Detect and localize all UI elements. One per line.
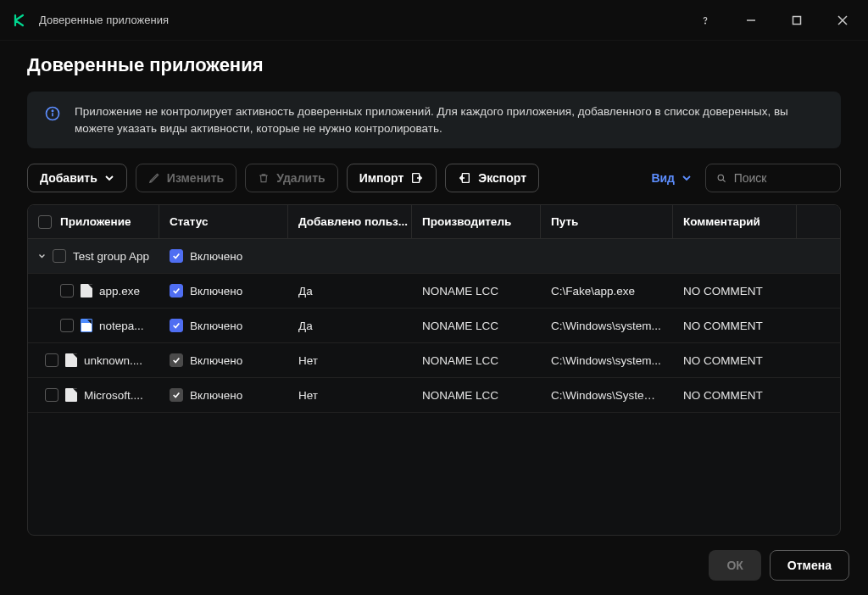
window: Доверенные приложения Доверенные приложе… — [0, 0, 868, 595]
delete-button: Удалить — [245, 164, 337, 192]
info-banner: Приложение не контролирует активность до… — [27, 92, 841, 148]
svg-line-11 — [723, 180, 726, 182]
comment-cell: NO COMMENT — [673, 274, 797, 308]
info-icon — [42, 105, 63, 122]
col-vendor-label: Производитель — [422, 215, 511, 228]
window-title: Доверенные приложения — [39, 14, 692, 26]
path-cell: C:\Windows\system... — [541, 343, 673, 377]
export-button[interactable]: Экспорт — [445, 164, 539, 192]
group-name-cell: Test group App — [28, 239, 159, 273]
edit-button: Изменить — [136, 164, 236, 192]
col-path[interactable]: Путь — [541, 205, 673, 238]
window-controls — [692, 7, 856, 34]
chevron-down-icon[interactable] — [38, 251, 46, 261]
col-status[interactable]: Статус — [159, 205, 288, 238]
cell — [673, 239, 797, 273]
status-cell: Включено — [159, 274, 288, 308]
row-checkbox[interactable] — [60, 319, 74, 332]
table-row[interactable]: unknown....ВключеноНетNONAME LCCC:\Windo… — [28, 343, 840, 378]
page-title: Доверенные приложения — [27, 54, 841, 76]
ok-label: ОК — [726, 559, 743, 572]
status-toggle[interactable] — [170, 319, 183, 332]
status-cell: Включено — [159, 309, 288, 342]
col-app[interactable]: Приложение — [28, 205, 159, 238]
table-row[interactable]: notepa...ВключеноДаNONAME LCCC:\Windows\… — [28, 309, 840, 343]
group-status: Включено — [190, 250, 242, 263]
status-toggle[interactable] — [170, 388, 183, 402]
svg-point-10 — [718, 175, 723, 180]
cell — [412, 239, 541, 273]
help-button[interactable] — [692, 7, 719, 34]
table-row[interactable]: Microsoft....ВключеноНетNONAME LCCC:\Win… — [28, 378, 840, 413]
footer: ОК Отмена — [0, 536, 868, 595]
comment-cell: NO COMMENT — [673, 378, 797, 412]
group-row[interactable]: Test group App Включено — [28, 239, 840, 274]
path-cell: C:\Windows\System... — [541, 378, 673, 412]
app-name: app.exe — [99, 285, 140, 298]
added-cell: Нет — [288, 343, 412, 377]
group-checkbox[interactable] — [53, 249, 66, 263]
col-added[interactable]: Добавлено польз... — [288, 205, 412, 238]
status-toggle[interactable] — [170, 249, 183, 263]
app-cell: unknown.... — [28, 343, 159, 377]
file-icon — [81, 284, 92, 298]
group-name: Test group App — [73, 250, 149, 263]
vendor-cell: NONAME LCC — [412, 378, 541, 412]
status-toggle[interactable] — [170, 284, 183, 298]
select-all-checkbox[interactable] — [38, 215, 52, 229]
cell — [288, 239, 412, 273]
table-header: Приложение Статус Добавлено польз... Про… — [28, 205, 840, 239]
vendor-cell: NONAME LCC — [412, 309, 541, 342]
ok-button: ОК — [709, 550, 760, 581]
app-name: notepa... — [99, 320, 144, 332]
cell — [797, 309, 817, 342]
minimize-button[interactable] — [737, 7, 765, 34]
view-dropdown[interactable]: Вид — [646, 171, 697, 185]
import-icon — [410, 171, 424, 185]
app-cell: notepa... — [28, 309, 159, 342]
path-cell: C:\Fake\app.exe — [541, 274, 673, 308]
chevron-down-icon — [104, 173, 114, 183]
group-status-cell: Включено — [159, 239, 288, 273]
status-text: Включено — [190, 354, 242, 367]
col-vendor[interactable]: Производитель — [412, 205, 541, 238]
status-cell: Включено — [159, 378, 288, 412]
content: Доверенные приложения Приложение не конт… — [0, 41, 868, 536]
table-body: Test group App Включено app.exeВключеноД… — [28, 239, 840, 535]
cell — [797, 378, 817, 412]
col-spacer — [797, 205, 817, 238]
import-button[interactable]: Импорт — [347, 164, 437, 192]
status-text: Включено — [190, 389, 242, 402]
cell — [541, 239, 673, 273]
maximize-button[interactable] — [783, 7, 810, 34]
col-comment-label: Комментарий — [683, 215, 760, 228]
add-button[interactable]: Добавить — [27, 164, 127, 192]
search-field[interactable] — [705, 164, 841, 192]
app-name: Microsoft.... — [84, 389, 143, 402]
apps-table: Приложение Статус Добавлено польз... Про… — [27, 204, 841, 536]
row-checkbox[interactable] — [45, 388, 58, 402]
col-comment[interactable]: Комментарий — [673, 205, 797, 238]
row-checkbox[interactable] — [45, 353, 58, 367]
comment-cell: NO COMMENT — [673, 309, 797, 342]
file-icon — [65, 388, 77, 402]
cancel-button[interactable]: Отмена — [770, 550, 849, 581]
status-toggle[interactable] — [170, 353, 183, 367]
trash-icon — [258, 172, 270, 184]
cancel-label: Отмена — [787, 559, 832, 572]
status-text: Включено — [190, 285, 242, 298]
table-row[interactable]: app.exeВключеноДаNONAME LCCC:\Fake\app.e… — [28, 274, 840, 309]
cell — [797, 239, 817, 273]
col-path-label: Путь — [551, 215, 578, 228]
row-checkbox[interactable] — [60, 284, 74, 298]
close-button[interactable] — [829, 7, 856, 34]
app-logo-icon — [12, 12, 29, 29]
added-cell: Да — [288, 309, 412, 342]
added-cell: Нет — [288, 378, 412, 412]
info-text: Приложение не контролирует активность до… — [75, 103, 826, 136]
add-label: Добавить — [40, 171, 97, 185]
svg-rect-2 — [793, 16, 801, 24]
svg-point-7 — [52, 110, 53, 111]
search-input[interactable] — [734, 171, 830, 185]
col-status-label: Статус — [170, 215, 209, 228]
